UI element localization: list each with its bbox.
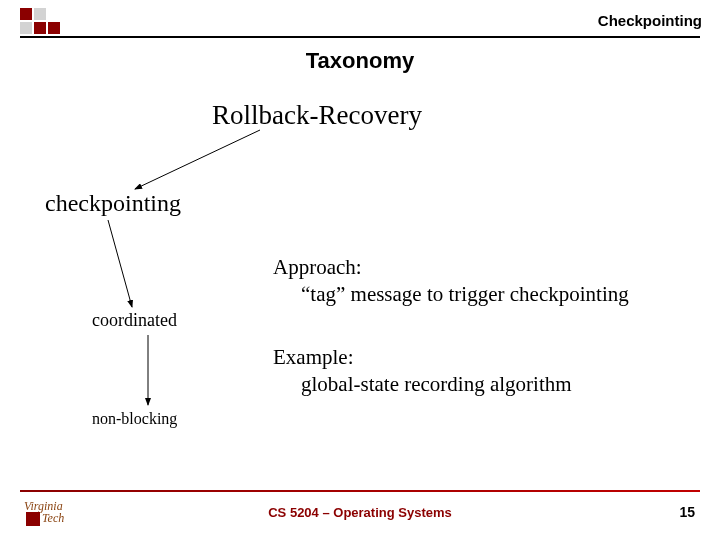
header-topic: Checkpointing [598, 12, 702, 29]
svg-rect-4 [48, 22, 60, 34]
svg-line-6 [135, 130, 260, 189]
header-underline [20, 36, 700, 38]
example-block: Example: global-state recording algorith… [273, 344, 572, 399]
slide-title: Taxonomy [0, 48, 720, 74]
svg-rect-2 [20, 22, 32, 34]
tree-checkpointing: checkpointing [45, 190, 181, 217]
svg-rect-0 [20, 8, 32, 20]
example-text: global-state recording algorithm [301, 371, 572, 398]
approach-label: Approach: [273, 254, 629, 281]
svg-line-7 [108, 220, 132, 307]
tree-root: Rollback-Recovery [212, 100, 422, 131]
tree-nonblocking: non-blocking [92, 410, 177, 428]
svg-rect-3 [34, 22, 46, 34]
page-number: 15 [679, 504, 695, 520]
tree-coordinated: coordinated [92, 310, 177, 331]
footer-course: CS 5204 – Operating Systems [0, 505, 720, 520]
footer-divider [20, 490, 700, 492]
approach-text: “tag” message to trigger checkpointing [301, 281, 629, 308]
svg-rect-1 [34, 8, 46, 20]
example-label: Example: [273, 344, 572, 371]
approach-block: Approach: “tag” message to trigger check… [273, 254, 629, 309]
